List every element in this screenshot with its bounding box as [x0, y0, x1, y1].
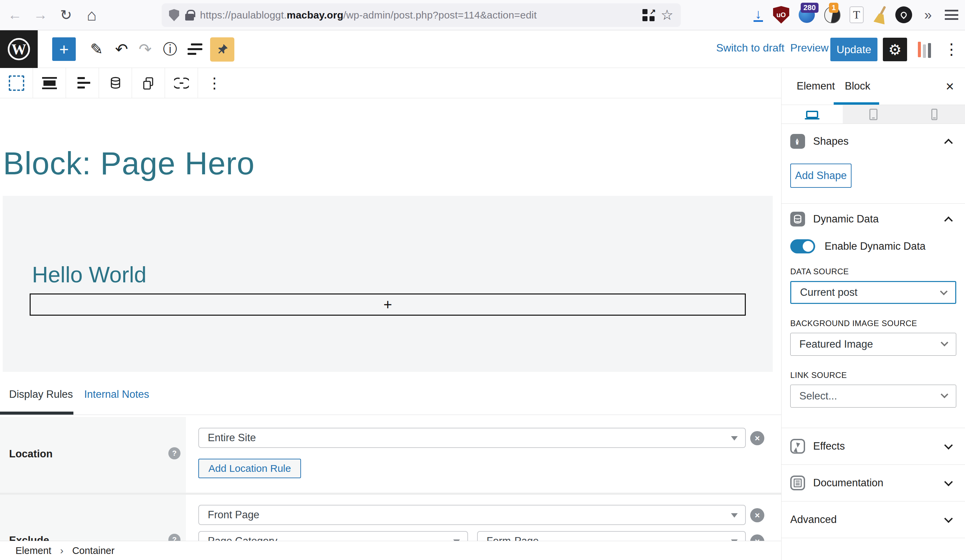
broom-cleaner-icon[interactable]: [871, 5, 890, 24]
dynamic-data-database-icon: [790, 212, 805, 227]
add-shape-button[interactable]: Add Shape: [790, 163, 852, 188]
chevron-down-icon: [941, 339, 949, 347]
browser-chrome: ← → ↻ ⌂ https://paulabloggt.macbay.org/w…: [0, 0, 965, 30]
exclude-select-2a[interactable]: Page Category: [198, 531, 468, 541]
editor-canvas: Block: Page Hero Hello World + Display R…: [0, 98, 781, 541]
exclude-clear-button-1[interactable]: ×: [750, 508, 764, 522]
pinned-plugin-button[interactable]: [210, 38, 234, 62]
database-icon: [108, 76, 123, 91]
exclude-select-1[interactable]: Front Page: [198, 505, 746, 525]
documentation-section[interactable]: Documentation: [782, 464, 965, 501]
settings-gear-button[interactable]: ⚙: [883, 38, 907, 61]
url-bar[interactable]: https://paulabloggt.macbay.org/wp-admin/…: [162, 3, 681, 27]
bookmark-star-icon[interactable]: ☆: [661, 8, 674, 22]
privacy-badger-icon[interactable]: 1: [823, 5, 842, 24]
location-rule-row: Location ? Entire Site × Add Location Ru…: [0, 417, 781, 493]
browser-forward-button[interactable]: →: [30, 5, 51, 25]
link-button[interactable]: [165, 68, 198, 98]
chevron-up-icon: [944, 139, 952, 147]
exclude-select-2a-value: Page Category: [208, 535, 278, 541]
tracking-protection-shield-icon[interactable]: [169, 9, 179, 21]
breadcrumb-element[interactable]: Element: [15, 545, 51, 556]
exclude-clear-button-2[interactable]: ×: [750, 534, 764, 541]
duplicate-button[interactable]: [132, 68, 165, 98]
url-text[interactable]: https://paulabloggt.macbay.org/wp-admin/…: [200, 10, 537, 21]
location-clear-button[interactable]: ×: [750, 431, 764, 445]
tools-pencil-icon[interactable]: ✎: [85, 38, 108, 61]
tab-block[interactable]: Block: [845, 80, 870, 92]
browser-reload-button[interactable]: ↻: [56, 5, 76, 25]
device-desktop-button[interactable]: [782, 105, 843, 124]
https-lock-icon[interactable]: [185, 14, 194, 21]
hero-heading[interactable]: Hello World: [32, 262, 146, 287]
page-title[interactable]: Block: Page Hero: [3, 145, 255, 182]
dynamic-data-button[interactable]: [99, 68, 132, 98]
documentation-doc-icon: [790, 475, 805, 490]
toolbar-overflow-icon[interactable]: »: [919, 5, 937, 24]
plugin-bars-icon[interactable]: [918, 41, 933, 60]
tab-internal-notes[interactable]: Internal Notes: [84, 389, 149, 400]
active-tab-underline: [0, 411, 74, 415]
background-image-source-select[interactable]: Featured Image: [790, 333, 956, 356]
shapes-section-header[interactable]: ✒ Shapes: [782, 124, 965, 157]
dark-mode-drop-icon[interactable]: [894, 5, 913, 24]
enable-dynamic-data-row: Enable Dynamic Data: [782, 235, 965, 267]
full-width-align-button[interactable]: [33, 68, 66, 98]
advanced-section[interactable]: Advanced: [782, 501, 965, 538]
downloads-icon[interactable]: ↓: [749, 5, 768, 24]
device-tablet-button[interactable]: [843, 105, 904, 124]
block-inserter-button[interactable]: +: [52, 38, 76, 61]
browser-back-button[interactable]: ←: [5, 5, 25, 25]
breadcrumb-container[interactable]: Container: [72, 545, 114, 556]
options-kebab-button[interactable]: ⋮: [941, 38, 962, 60]
extension-badge-icon[interactable]: 280: [797, 5, 816, 24]
dynamic-data-section-header[interactable]: Dynamic Data: [782, 204, 965, 235]
chevron-up-icon: [944, 216, 952, 225]
select-container-button[interactable]: [0, 68, 33, 98]
wordpress-logo[interactable]: W: [0, 30, 38, 68]
container-tabs-icon[interactable]: ↗: [643, 9, 654, 21]
details-info-button[interactable]: ⓘ: [158, 38, 182, 61]
preview-link[interactable]: Preview: [790, 42, 829, 54]
undo-button[interactable]: ↶: [110, 38, 133, 61]
breadcrumb: Element › Container: [0, 541, 781, 560]
device-mobile-button[interactable]: [904, 105, 965, 124]
select-dropdown-arrow-icon: [731, 513, 738, 518]
add-location-rule-button[interactable]: Add Location Rule: [198, 459, 301, 478]
data-source-select[interactable]: Current post: [790, 281, 956, 304]
data-source-label: DATA SOURCE: [790, 267, 956, 276]
advanced-title: Advanced: [790, 514, 837, 526]
tab-element[interactable]: Element: [797, 80, 835, 92]
exclude-help-icon[interactable]: ?: [168, 534, 180, 541]
copy-icon: [141, 76, 155, 91]
text-align-button[interactable]: [66, 68, 99, 98]
exclude-select-2b[interactable]: Form-Page: [477, 531, 746, 541]
exclude-rule-row: Exclude ? Front Page × Page Category For…: [0, 495, 781, 541]
location-select[interactable]: Entire Site: [198, 428, 746, 448]
close-sidebar-button[interactable]: ×: [941, 77, 959, 96]
dynamic-data-toggle[interactable]: [790, 239, 815, 253]
update-button[interactable]: Update: [830, 38, 877, 61]
url-path: /wp-admin/post.php?post=114&action=edit: [343, 10, 537, 21]
effects-section[interactable]: Effects: [782, 428, 965, 464]
redo-button[interactable]: ↷: [133, 38, 157, 61]
ublock-origin-icon[interactable]: uO: [772, 5, 791, 24]
sidebar-tabbar: Element Block ×: [782, 68, 965, 105]
switch-to-draft-link[interactable]: Switch to draft: [716, 42, 785, 54]
block-appender[interactable]: +: [29, 294, 746, 316]
list-view-button[interactable]: [183, 38, 207, 61]
mobile-icon: [931, 109, 937, 120]
display-rules-tabbar: Display Rules Internal Notes: [0, 375, 781, 415]
editor-top-bar: W + ✎ ↶ ↷ ⓘ Switch to draft Preview Upda…: [0, 30, 965, 68]
background-image-source-value: Featured Image: [799, 338, 873, 350]
data-source-value: Current post: [800, 286, 858, 299]
hamburger-menu-icon[interactable]: [942, 5, 961, 24]
location-label-column: Location ?: [0, 417, 186, 493]
link-source-select[interactable]: Select...: [790, 385, 956, 408]
block-options-button[interactable]: ⋮: [198, 68, 231, 98]
hero-block[interactable]: Hello World +: [3, 196, 773, 372]
text-extension-icon[interactable]: T: [847, 5, 866, 24]
tab-display-rules[interactable]: Display Rules: [9, 389, 73, 400]
browser-home-button[interactable]: ⌂: [82, 5, 102, 25]
location-help-icon[interactable]: ?: [168, 447, 180, 459]
